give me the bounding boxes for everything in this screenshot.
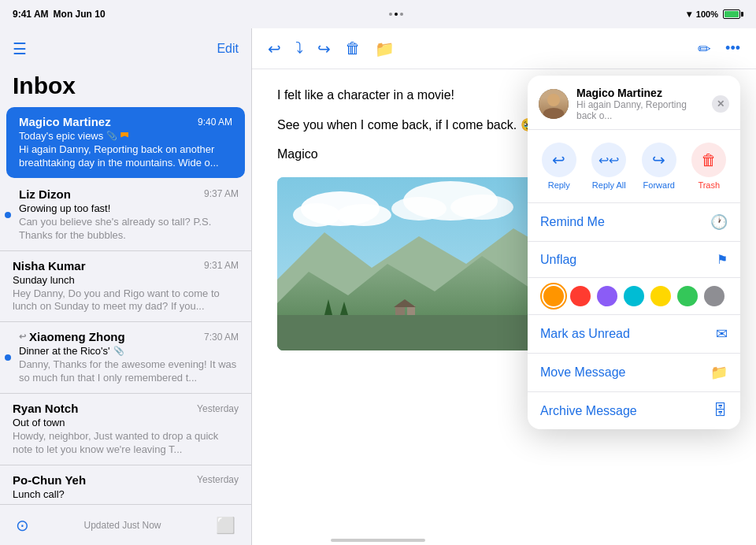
color-dot-yellow[interactable] xyxy=(650,286,671,306)
email-subject: Out of town xyxy=(13,417,239,428)
forward-label: Forward xyxy=(643,180,675,190)
reply-toolbar-icon[interactable]: ↩ xyxy=(268,39,281,58)
trash-toolbar-icon[interactable]: 🗑 xyxy=(345,39,361,57)
battery-percent: 100% xyxy=(696,9,718,19)
flag-icon xyxy=(120,132,128,140)
unflag-label: Unflag xyxy=(540,253,576,267)
color-dot-purple[interactable] xyxy=(597,286,617,306)
unflag-item[interactable]: Unflag ⚑ xyxy=(528,242,740,278)
folder-toolbar-icon[interactable]: 📁 xyxy=(375,39,395,58)
attachment-icon: 📎 xyxy=(106,131,117,141)
email-item[interactable]: Ryan Notch Yesterday Out of town Howdy, … xyxy=(0,394,251,465)
mark-unread-label: Mark as Unread xyxy=(540,327,630,341)
email-item[interactable]: Magico Martinez 9:40 AM Today's epic vie… xyxy=(6,107,245,178)
reply-all-toolbar-icon[interactable]: ⤵ xyxy=(295,39,303,57)
more-toolbar-icon[interactable]: ••• xyxy=(725,40,740,57)
email-sender: Po-Chun Yeh xyxy=(13,473,86,487)
content-toolbar: ↩ ⤵ ↪ 🗑 📁 ✏ ••• xyxy=(252,28,756,69)
color-dot-gray[interactable] xyxy=(704,286,724,306)
email-item-header: Nisha Kumar 9:31 AM xyxy=(13,259,239,272)
reply-label: Reply xyxy=(548,180,570,190)
email-preview: Howdy, neighbor, Just wanted to drop a q… xyxy=(13,430,239,457)
email-time: 9:31 AM xyxy=(204,260,239,271)
color-dot-green[interactable] xyxy=(677,286,698,306)
toolbar-group-left: ↩ ⤵ ↪ 🗑 📁 xyxy=(268,39,395,58)
archive-message-label: Archive Message xyxy=(540,404,637,418)
filter-icon[interactable]: ⊙ xyxy=(16,516,29,535)
envelope-icon: ✉ xyxy=(716,325,728,343)
status-bar: 9:41 AM Mon Jun 10 ▾ 100% xyxy=(0,0,756,28)
edit-button[interactable]: Edit xyxy=(217,42,239,56)
email-preview: Hi again Danny, Reporting back on anothe… xyxy=(19,143,232,170)
popup-header: Magico Martinez Hi again Danny, Reportin… xyxy=(528,76,740,130)
svg-point-3 xyxy=(336,204,391,226)
email-sender: Liz Dizon xyxy=(19,187,71,201)
email-item[interactable]: ↩ Xiaomeng Zhong 7:30 AM Dinner at the R… xyxy=(0,322,251,394)
battery-icon xyxy=(723,9,743,19)
color-dot-red[interactable] xyxy=(570,286,591,306)
popup-reply-all-button[interactable]: ↩↩ Reply All xyxy=(585,139,632,193)
mark-unread-item[interactable]: Mark as Unread ✉ xyxy=(528,315,740,354)
email-item-header: ↩ Xiaomeng Zhong 7:30 AM xyxy=(13,330,239,343)
email-subject: Today's epic views 📎 xyxy=(19,130,232,142)
dot3 xyxy=(400,13,403,16)
trash-icon: 🗑 xyxy=(691,143,726,177)
clock-icon: 🕐 xyxy=(710,213,728,231)
home-indicator xyxy=(331,539,425,542)
archive-message-item[interactable]: Archive Message 🗄 xyxy=(528,392,740,429)
email-time: 9:40 AM xyxy=(198,117,232,128)
popup-trash-button[interactable]: 🗑 Trash xyxy=(685,139,732,193)
email-item[interactable]: Po-Chun Yeh Yesterday Lunch call? Think … xyxy=(0,465,251,504)
popup-forward-button[interactable]: ↪ Forward xyxy=(636,139,683,193)
email-subject: Lunch call? xyxy=(13,488,239,500)
email-time: Yesterday xyxy=(197,403,239,414)
email-subject: Growing up too fast! xyxy=(13,202,239,214)
email-item[interactable]: Nisha Kumar 9:31 AM Sunday lunch Hey Dan… xyxy=(0,251,251,323)
color-dot-teal[interactable] xyxy=(624,286,644,306)
email-item-header: Ryan Notch Yesterday xyxy=(13,402,239,415)
folder-icon: 📁 xyxy=(710,364,728,381)
popup-close-button[interactable]: ✕ xyxy=(712,95,729,113)
battery-cap xyxy=(741,12,743,17)
email-time: 9:37 AM xyxy=(204,188,239,199)
email-time: 7:30 AM xyxy=(204,332,239,343)
email-sender: Nisha Kumar xyxy=(13,259,86,272)
popup-reply-button[interactable]: ↩ Reply xyxy=(536,139,583,193)
svg-point-5 xyxy=(391,197,447,221)
wifi-icon: ▾ xyxy=(687,9,691,20)
avatar xyxy=(539,89,569,119)
remind-me-item[interactable]: Remind Me 🕐 xyxy=(528,203,740,242)
color-dot-orange[interactable] xyxy=(543,286,564,306)
forward-icon: ↪ xyxy=(642,143,676,177)
forward-toolbar-icon[interactable]: ↪ xyxy=(317,39,331,58)
move-message-label: Move Message xyxy=(540,365,626,380)
popup-actions: ↩ Reply ↩↩ Reply All ↪ Forward 🗑 Trash xyxy=(528,130,740,203)
archive-icon: 🗄 xyxy=(713,402,728,419)
remind-me-label: Remind Me xyxy=(540,215,605,229)
popup-card: Magico Martinez Hi again Danny, Reportin… xyxy=(528,76,740,429)
avatar-image xyxy=(539,89,569,119)
compose-icon[interactable]: ⬜ xyxy=(216,516,235,535)
status-bar-center xyxy=(389,13,403,16)
reply-all-icon: ↩↩ xyxy=(591,143,626,177)
email-sender: Ryan Notch xyxy=(13,402,78,415)
inbox-title: Inbox xyxy=(0,69,251,106)
replied-icon: ↩ xyxy=(19,332,26,342)
email-sender: ↩ Xiaomeng Zhong xyxy=(19,330,125,343)
popup-header-text: Magico Martinez Hi again Danny, Reportin… xyxy=(576,87,704,121)
dot2 xyxy=(395,13,398,16)
email-preview: Danny, Thanks for the awesome evening! I… xyxy=(13,358,239,385)
sidebar-toolbar: ☰ Edit xyxy=(0,28,251,69)
email-item[interactable]: Liz Dizon 9:37 AM Growing up too fast! C… xyxy=(0,180,251,251)
email-subject: Dinner at the Rico's' 📎 xyxy=(13,345,239,357)
sidebar-toggle-icon[interactable]: ☰ xyxy=(13,39,27,58)
dot1 xyxy=(389,13,392,16)
status-date: Mon Jun 10 xyxy=(54,9,106,20)
unread-dot xyxy=(5,212,11,218)
move-message-item[interactable]: Move Message 📁 xyxy=(528,354,740,392)
app-container: ☰ Edit Inbox Magico Martinez 9:40 AM Tod… xyxy=(0,28,756,545)
compose-toolbar-icon[interactable]: ✏ xyxy=(698,39,711,58)
email-item-header: Po-Chun Yeh Yesterday xyxy=(13,473,239,487)
attachment-icon: 📎 xyxy=(113,346,124,356)
svg-point-2 xyxy=(293,203,340,227)
